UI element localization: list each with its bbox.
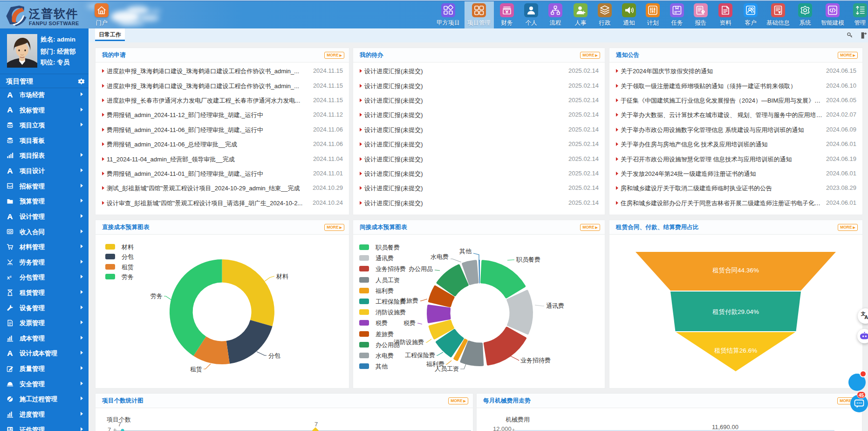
svg-text:分包: 分包: [268, 352, 280, 359]
svg-text:水电费: 水电费: [431, 253, 449, 260]
svg-text:A: A: [864, 314, 868, 320]
svg-text:工程保险费: 工程保险费: [405, 352, 435, 359]
svg-text:泛普软件: 泛普软件: [28, 7, 78, 20]
svg-text:通讯费: 通讯费: [546, 302, 564, 309]
svg-text:消防设施费: 消防设施费: [394, 339, 424, 346]
svg-text:办公用品: 办公用品: [409, 265, 433, 272]
svg-text:职员餐费: 职员餐费: [516, 256, 540, 263]
svg-text:税费: 税费: [403, 320, 416, 327]
svg-text:x²: x²: [7, 275, 12, 280]
svg-text:其他: 其他: [459, 248, 472, 255]
svg-text:业务招待费: 业务招待费: [520, 357, 551, 364]
svg-text:劳务: 劳务: [150, 292, 163, 299]
svg-text:租赁: 租赁: [190, 366, 202, 373]
svg-text:租赁结算26.6%: 租赁结算26.6%: [714, 347, 757, 354]
svg-text:材料: 材料: [276, 273, 288, 280]
svg-text:FANPU SOFTWARE: FANPU SOFTWARE: [29, 21, 79, 26]
svg-text:租赁付款29.04%: 租赁付款29.04%: [712, 308, 759, 315]
svg-text:福利费: 福利费: [426, 361, 444, 368]
svg-text:租赁合同44.36%: 租赁合同44.36%: [712, 267, 759, 274]
svg-text:差旅费: 差旅费: [400, 297, 418, 304]
